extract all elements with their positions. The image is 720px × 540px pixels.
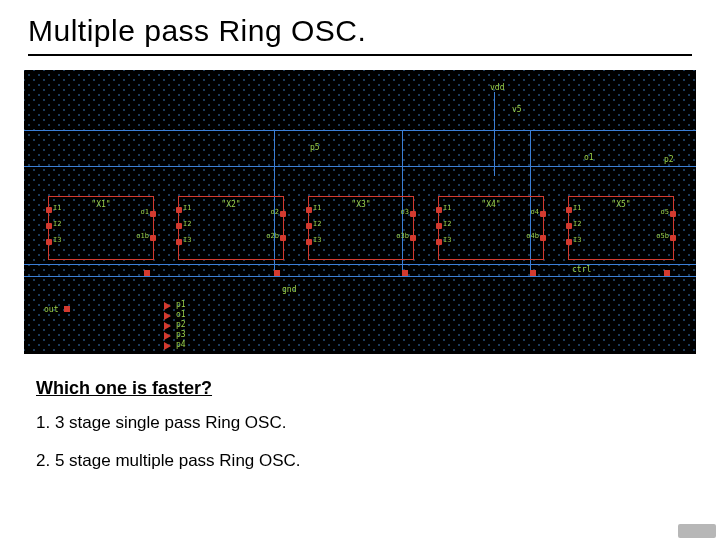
port-triangle-icon [164, 332, 171, 340]
tap [664, 270, 670, 276]
pin-label: I1 [53, 205, 61, 212]
option-1: 1. 3 stage single pass Ring OSC. [36, 413, 720, 433]
net-p5: p5 [310, 144, 320, 152]
pin-label: I1 [313, 205, 321, 212]
pin-label: I3 [573, 237, 581, 244]
net-o1: o1 [584, 154, 594, 162]
pin [150, 211, 156, 217]
pin [540, 235, 546, 241]
pin [410, 235, 416, 241]
port-triangle-icon [164, 302, 171, 310]
pin [566, 239, 572, 245]
port-triangle-icon [164, 312, 171, 320]
pin [176, 223, 182, 229]
pin [150, 235, 156, 241]
tap [530, 270, 536, 276]
footer-watermark [678, 524, 716, 538]
pin [176, 239, 182, 245]
rail-gnd [24, 264, 696, 265]
net-p2: p2 [664, 156, 674, 164]
tap [402, 270, 408, 276]
pin-label: o4b [526, 233, 539, 240]
port-label: p4 [176, 341, 186, 349]
pin [436, 239, 442, 245]
pin-label: o2 [271, 209, 279, 216]
net-ctrl: ctrl [572, 266, 591, 274]
pin-label: I1 [573, 205, 581, 212]
pin [176, 207, 182, 213]
stage-x5: "X5" I1 I2 I3 o5 o5b [568, 196, 674, 260]
pin [566, 207, 572, 213]
rail-vdd [24, 130, 696, 131]
rail-feedback [24, 166, 696, 167]
pin [306, 207, 312, 213]
pin [410, 211, 416, 217]
tap [274, 270, 280, 276]
pin [436, 223, 442, 229]
pin [46, 223, 52, 229]
port-triangle-icon [164, 342, 171, 350]
pin [306, 239, 312, 245]
net-vdd: vdd [490, 84, 504, 92]
tap [144, 270, 150, 276]
pin-label: o1b [136, 233, 149, 240]
stage-name: "X3" [351, 201, 370, 209]
pin [436, 207, 442, 213]
pin-label: o5 [661, 209, 669, 216]
port-label: o1 [176, 311, 186, 319]
pin-label: o3b [396, 233, 409, 240]
port-label: p1 [176, 301, 186, 309]
stage-name: "X2" [221, 201, 240, 209]
vbus-vdd-drop [494, 92, 495, 176]
stage-name: "X5" [611, 201, 630, 209]
pin-label: o1 [141, 209, 149, 216]
pin-label: I2 [183, 221, 191, 228]
pin-label: I2 [53, 221, 61, 228]
pin-label: o5b [656, 233, 669, 240]
pin-label: I3 [183, 237, 191, 244]
pin-label: I2 [443, 221, 451, 228]
pin-label: I3 [443, 237, 451, 244]
pin-label: I3 [53, 237, 61, 244]
pin [280, 235, 286, 241]
stage-name: "X4" [481, 201, 500, 209]
pin [306, 223, 312, 229]
pin [46, 207, 52, 213]
net-v5: v5 [512, 106, 522, 114]
out-port-label: out [44, 306, 58, 314]
pin [566, 223, 572, 229]
rail-gnd-2 [24, 276, 696, 277]
pin [280, 211, 286, 217]
port-label: p2 [176, 321, 186, 329]
pin-label: o3 [401, 209, 409, 216]
pin [46, 239, 52, 245]
pin-label: I1 [183, 205, 191, 212]
stage-name: "X1" [91, 201, 110, 209]
port-triangle-icon [164, 322, 171, 330]
stage-x4: "X4" I1 I2 I3 o4 o4b [438, 196, 544, 260]
pin-label: I2 [573, 221, 581, 228]
option-2: 2. 5 stage multiple pass Ring OSC. [36, 451, 720, 471]
pin [670, 211, 676, 217]
title-underline [28, 54, 692, 56]
pin-label: I1 [443, 205, 451, 212]
pin-label: I2 [313, 221, 321, 228]
net-gnd: gnd [282, 286, 296, 294]
pin-label: o2b [266, 233, 279, 240]
port-label: p3 [176, 331, 186, 339]
pin [540, 211, 546, 217]
stage-x3: "X3" I1 I2 I3 o3 o3b [308, 196, 414, 260]
out-port-marker [64, 306, 70, 312]
slide-title: Multiple pass Ring OSC. [0, 0, 720, 54]
question-text: Which one is faster? [36, 378, 720, 399]
pin-label: I3 [313, 237, 321, 244]
schematic-canvas: vdd v5 p5 o1 p2 ctrl gnd "X1" I1 I2 I3 o… [24, 70, 696, 354]
pin-label: o4 [531, 209, 539, 216]
stage-x2: "X2" I1 I2 I3 o2 o2b [178, 196, 284, 260]
pin [670, 235, 676, 241]
stage-x1: "X1" I1 I2 I3 o1 o1b [48, 196, 154, 260]
